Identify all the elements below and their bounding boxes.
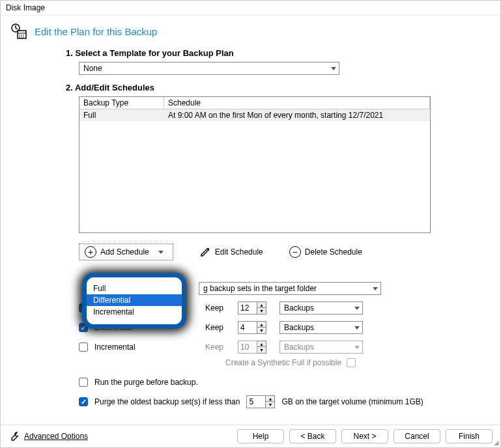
inc-keep-input — [238, 341, 257, 354]
finish-button[interactable]: Finish — [446, 429, 493, 443]
minus-icon: − — [289, 246, 301, 258]
menu-item-full[interactable]: Full — [87, 283, 182, 294]
svg-point-10 — [23, 36, 24, 38]
svg-point-8 — [19, 36, 20, 38]
menu-item-incremental[interactable]: Incremental — [87, 306, 182, 318]
back-button[interactable]: < Back — [289, 429, 336, 443]
schedule-table[interactable]: Backup Type Schedule Full At 9:00 AM on … — [79, 96, 431, 233]
run-purge-label: Run the purge before backup. — [94, 378, 198, 387]
chevron-down-icon — [354, 346, 360, 349]
chevron-down-icon — [354, 326, 360, 329]
diff-keep-input[interactable] — [238, 321, 257, 334]
delete-schedule-button[interactable]: − Delete Schedule — [289, 246, 362, 258]
wrench-icon — [8, 430, 20, 442]
cell-schedule: At 9:00 AM on the first Mon of every mon… — [164, 109, 430, 121]
add-schedule-menu: Full Differential Incremental — [82, 273, 186, 329]
retention-method-value: g backup sets in the target folder — [203, 284, 317, 293]
full-unit-select[interactable]: Backups — [279, 301, 363, 315]
col-backup-type: Backup Type — [79, 97, 164, 109]
col-schedule: Schedule — [164, 97, 430, 109]
inc-checkbox[interactable] — [79, 343, 88, 352]
purge-oldest-pre: Purge the oldest backup set(s) if less t… — [94, 397, 240, 406]
svg-point-9 — [21, 36, 22, 38]
spinner-buttons[interactable]: ▲▼ — [266, 395, 275, 408]
purge-oldest-post: GB on the target volume (minimum 1GB) — [281, 397, 423, 406]
window-title: Disk Image — [1, 1, 500, 16]
template-value: None — [83, 64, 102, 73]
table-row[interactable]: Full At 9:00 AM on the first Mon of ever… — [79, 109, 430, 121]
purge-oldest-checkbox[interactable] — [79, 397, 88, 406]
synthetic-label: Create a Synthetic Full if possible — [225, 358, 341, 367]
full-keep-input[interactable] — [238, 301, 257, 315]
cancel-button[interactable]: Cancel — [394, 429, 440, 443]
plan-icon — [10, 22, 28, 40]
template-select[interactable]: None — [79, 62, 339, 75]
help-button[interactable]: Help — [237, 429, 284, 443]
add-schedule-button[interactable]: + Add Schedule — [79, 244, 173, 260]
keep-label: Keep — [205, 343, 231, 352]
delete-schedule-label: Delete Schedule — [305, 247, 362, 257]
chevron-down-icon — [331, 67, 336, 70]
edit-schedule-button[interactable]: Edit Schedule — [199, 246, 263, 258]
menu-item-differential[interactable]: Differential — [87, 294, 182, 306]
chevron-down-icon — [373, 287, 378, 290]
keep-label: Keep — [205, 303, 231, 313]
section-template-title: 1. Select a Template for your Backup Pla… — [66, 48, 487, 58]
plus-icon: + — [85, 246, 96, 258]
advanced-options-link[interactable]: Advanced Options — [24, 432, 88, 441]
purge-gb-input[interactable] — [246, 395, 266, 408]
svg-point-5 — [19, 35, 20, 36]
add-schedule-label: Add Schedule — [100, 247, 149, 257]
svg-point-6 — [21, 35, 22, 36]
spinner-buttons[interactable]: ▲▼ — [257, 321, 266, 334]
pencil-icon — [199, 246, 211, 258]
spinner-buttons[interactable]: ▲▼ — [257, 301, 266, 315]
section-schedules-title: 2. Add/Edit Schedules — [66, 83, 487, 92]
edit-schedule-label: Edit Schedule — [215, 247, 263, 257]
synthetic-checkbox — [347, 358, 356, 367]
diff-unit-select[interactable]: Backups — [279, 321, 363, 334]
run-purge-checkbox[interactable] — [79, 378, 88, 387]
chevron-down-icon — [354, 307, 360, 310]
resize-grip-icon[interactable]: ◢ — [494, 439, 499, 446]
chevron-down-icon — [158, 251, 164, 254]
keep-label: Keep — [205, 323, 231, 332]
svg-line-2 — [16, 28, 18, 29]
svg-point-7 — [23, 35, 24, 36]
next-button[interactable]: Next > — [341, 429, 388, 443]
retention-method-select[interactable]: g backup sets in the target folder — [199, 282, 381, 295]
cell-type: Full — [79, 109, 164, 121]
inc-unit-select: Backups — [279, 341, 363, 354]
inc-label: Incremental — [94, 343, 199, 352]
page-title: Edit the Plan for this Backup — [35, 26, 157, 37]
spinner-buttons: ▲▼ — [257, 341, 266, 354]
